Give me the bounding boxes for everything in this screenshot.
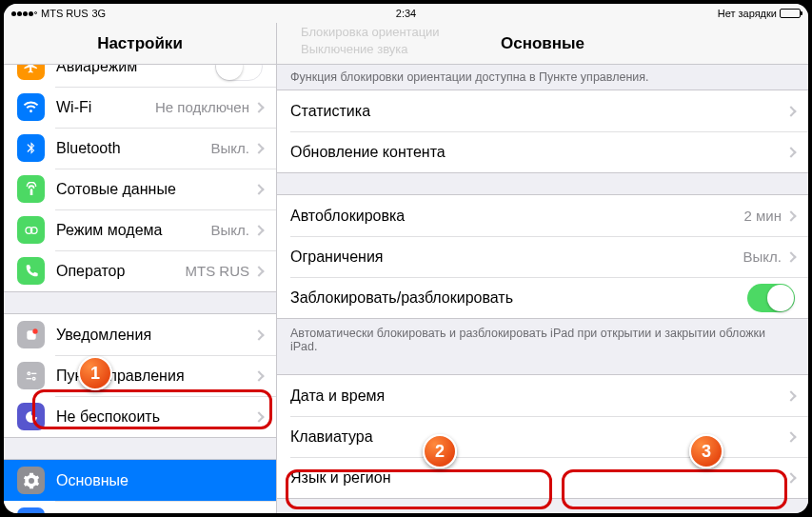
carrier-label: Оператор xyxy=(56,263,186,280)
row-date-time[interactable]: Дата и время xyxy=(277,375,808,416)
restrictions-label: Ограничения xyxy=(290,249,743,266)
cellular-label: Сотовые данные xyxy=(56,181,255,198)
airplane-label: Авиарежим xyxy=(56,65,215,75)
sidebar-item-dnd[interactable]: Не беспокоить xyxy=(4,396,276,437)
status-bar: MTS RUS 3G 2:34 Нет зарядки xyxy=(4,4,808,23)
signal-strength-icon xyxy=(11,11,37,16)
autolock-value: 2 мин xyxy=(744,208,782,224)
status-time: 2:34 xyxy=(396,8,416,19)
svg-point-4 xyxy=(28,372,30,375)
chevron-right-icon xyxy=(253,184,264,194)
chevron-right-icon xyxy=(785,472,796,483)
control-center-icon xyxy=(17,362,45,389)
stats-label: Статистика xyxy=(290,103,787,120)
content: Авиарежим Wi-Fi Не подключен Bluetooth В… xyxy=(4,65,808,513)
sidebar-item-cellular[interactable]: Сотовые данные xyxy=(4,169,276,209)
wifi-label: Wi-Fi xyxy=(56,99,155,116)
chevron-right-icon xyxy=(253,411,264,422)
nav-headers: Блокировка ориентации Выключение звука Н… xyxy=(4,23,808,65)
gear-icon xyxy=(17,467,45,494)
sidebar-item-airplane[interactable]: Авиарежим xyxy=(4,65,276,87)
chevron-right-icon xyxy=(785,106,796,116)
row-keyboard[interactable]: Клавиатура xyxy=(277,416,808,457)
chevron-right-icon xyxy=(785,390,796,401)
lock-unlock-note: Автоматически блокировать и разблокирова… xyxy=(277,323,808,359)
carrier-name: MTS RUS xyxy=(41,8,89,19)
airplane-toggle[interactable] xyxy=(215,65,263,81)
phone-icon xyxy=(17,257,45,285)
svg-point-3 xyxy=(32,328,37,333)
row-language-region[interactable]: Язык и регион xyxy=(277,457,808,498)
bluetooth-label: Bluetooth xyxy=(56,140,211,157)
sidebar-item-carrier[interactable]: Оператор MTS RUS xyxy=(4,250,276,291)
control-center-label: Пункт управления xyxy=(56,368,255,385)
row-autolock[interactable]: Автоблокировка 2 мин xyxy=(277,195,808,236)
ipad-settings-screen: MTS RUS 3G 2:34 Нет зарядки Блокировка о… xyxy=(0,0,812,517)
detail-title: Основные xyxy=(277,23,808,64)
chevron-right-icon xyxy=(253,102,264,112)
chevron-right-icon xyxy=(253,143,264,153)
sidebar-title: Настройки xyxy=(4,23,277,64)
orientation-note: Функция блокировки ориентации доступна в… xyxy=(277,65,808,89)
sidebar-item-notifications[interactable]: Уведомления xyxy=(4,314,276,355)
dnd-icon xyxy=(17,403,45,430)
bluetooth-value: Выкл. xyxy=(211,140,249,156)
status-left: MTS RUS 3G xyxy=(11,8,106,19)
notifications-label: Уведомления xyxy=(56,327,255,344)
row-lock-unlock[interactable]: Заблокировать/разблокировать xyxy=(277,277,808,318)
autolock-label: Автоблокировка xyxy=(290,208,744,225)
chevron-right-icon xyxy=(253,266,264,276)
sidebar-item-general[interactable]: Основные xyxy=(4,460,276,501)
svg-point-6 xyxy=(32,377,35,380)
sidebar-item-control-center[interactable]: Пункт управления xyxy=(4,355,276,396)
chevron-right-icon xyxy=(253,225,264,235)
row-restrictions[interactable]: Ограничения Выкл. xyxy=(277,236,808,277)
battery-icon xyxy=(780,9,801,18)
chevron-right-icon xyxy=(253,329,264,340)
display-label: Экран и яркость xyxy=(56,513,255,514)
wifi-value: Не подключен xyxy=(155,99,249,115)
general-label: Основные xyxy=(56,472,263,489)
wifi-icon xyxy=(17,93,45,121)
display-icon: AA xyxy=(17,507,45,513)
airplane-icon xyxy=(17,65,45,80)
chevron-right-icon xyxy=(785,210,796,221)
background-refresh-label: Обновление контента xyxy=(290,144,787,161)
detail-pane[interactable]: Функция блокировки ориентации доступна в… xyxy=(277,65,808,513)
chevron-right-icon xyxy=(253,370,264,381)
chevron-right-icon xyxy=(785,431,796,442)
date-time-label: Дата и время xyxy=(290,388,787,405)
network-type: 3G xyxy=(92,8,107,19)
sidebar-item-display[interactable]: AA Экран и яркость xyxy=(4,501,276,513)
status-right: Нет зарядки xyxy=(718,8,801,19)
bluetooth-icon xyxy=(17,134,45,162)
chevron-right-icon xyxy=(785,251,796,262)
notifications-icon xyxy=(17,321,45,348)
hotspot-label: Режим модема xyxy=(56,222,211,239)
cellular-icon xyxy=(17,175,45,203)
sidebar-item-wifi[interactable]: Wi-Fi Не подключен xyxy=(4,87,276,128)
row-background-refresh[interactable]: Обновление контента xyxy=(277,131,808,172)
hotspot-value: Выкл. xyxy=(211,222,249,238)
sidebar-item-bluetooth[interactable]: Bluetooth Выкл. xyxy=(4,128,276,169)
hotspot-icon xyxy=(17,216,45,244)
carrier-value: MTS RUS xyxy=(186,263,250,279)
battery-text: Нет зарядки xyxy=(718,8,777,19)
sidebar-item-hotspot[interactable]: Режим модема Выкл. xyxy=(4,209,276,250)
restrictions-value: Выкл. xyxy=(743,249,782,265)
lock-unlock-label: Заблокировать/разблокировать xyxy=(290,289,747,307)
chevron-right-icon xyxy=(785,147,796,157)
language-region-label: Язык и регион xyxy=(290,469,787,487)
keyboard-label: Клавиатура xyxy=(290,428,787,446)
lock-unlock-toggle[interactable] xyxy=(747,284,795,312)
sidebar[interactable]: Авиарежим Wi-Fi Не подключен Bluetooth В… xyxy=(4,65,277,513)
row-stats[interactable]: Статистика xyxy=(277,90,808,131)
dnd-label: Не беспокоить xyxy=(56,408,255,426)
